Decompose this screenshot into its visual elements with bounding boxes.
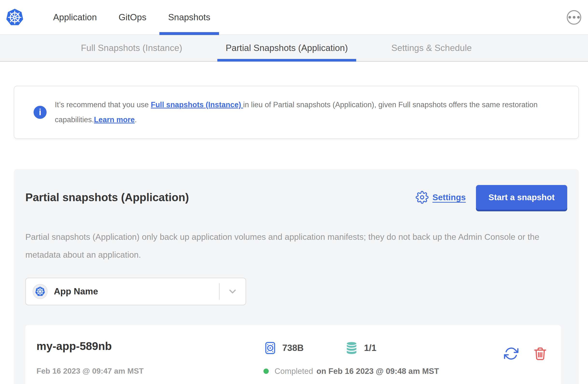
page-content: i It’s recommend that you use Full snaps…: [0, 86, 588, 384]
snapshot-status: Completed: [274, 367, 313, 376]
snapshot-row: my-app-589nb Feb 16 2023 @ 09:47 am MST: [25, 325, 561, 384]
snapshot-finished-timestamp: on Feb 16 2023 @ 09:48 am MST: [316, 367, 439, 376]
ellipsis-dot: [573, 16, 575, 19]
ellipsis-dot: [577, 16, 580, 19]
nav-tab-snapshots[interactable]: Snapshots: [168, 0, 210, 35]
snapshot-volumes-stat: 1/1: [345, 341, 376, 355]
snapshot-status-line: Completed on Feb 16 2023 @ 09:48 am MST: [263, 367, 439, 376]
panel-header: Partial snapshots (Application) Settings…: [25, 185, 567, 210]
more-menu-button[interactable]: [567, 10, 581, 25]
banner-text-start: It’s recommend that you use: [55, 101, 151, 109]
subnav-tab-partial-snapshots[interactable]: Partial Snapshots (Application): [217, 35, 357, 61]
subnav-tab-settings-schedule[interactable]: Settings & Schedule: [383, 35, 480, 61]
delete-snapshot-button[interactable]: [533, 346, 547, 361]
snapshot-volumes-value: 1/1: [364, 343, 376, 353]
info-icon: i: [34, 106, 47, 119]
database-icon: [345, 341, 358, 355]
page-title: Partial snapshots (Application): [25, 191, 189, 204]
kubernetes-app-icon: [35, 286, 45, 297]
snapshot-identity: my-app-589nb Feb 16 2023 @ 09:47 am MST: [37, 340, 263, 376]
banner-text: It’s recommend that you use Full snapsho…: [55, 97, 559, 127]
snapshot-row-actions: [504, 340, 549, 361]
snapshot-settings-link[interactable]: Settings: [416, 191, 466, 204]
restore-icon: [504, 346, 519, 361]
ellipsis-dot: [568, 16, 571, 19]
kubernetes-logo-icon: [5, 7, 24, 27]
chevron-down-icon: [219, 286, 246, 297]
snapshot-started-timestamp: Feb 16 2023 @ 09:47 am MST: [37, 367, 263, 376]
app-selector[interactable]: App Name: [25, 278, 246, 305]
gear-icon: [416, 191, 429, 204]
restore-snapshot-button[interactable]: [504, 346, 519, 361]
settings-label: Settings: [433, 192, 466, 202]
top-navbar: Application GitOps Snapshots: [0, 0, 588, 35]
app-selector-value: App Name: [54, 286, 98, 297]
learn-more-link[interactable]: Learn more: [94, 115, 135, 124]
subnav-tab-full-snapshots[interactable]: Full Snapshots (Instance): [72, 35, 191, 61]
panel-description: Partial snapshots (Application) only bac…: [25, 228, 552, 264]
banner-text-end: .: [135, 115, 137, 124]
nav-tab-gitops[interactable]: GitOps: [119, 0, 146, 35]
disk-icon: [263, 341, 277, 356]
snapshot-stats: 738B 1/1: [263, 341, 439, 356]
start-snapshot-button[interactable]: Start a snapshot: [476, 185, 567, 210]
panel-actions: Settings Start a snapshot: [416, 185, 567, 210]
nav-tab-application[interactable]: Application: [53, 0, 97, 35]
partial-snapshots-panel: Partial snapshots (Application) Settings…: [14, 169, 579, 384]
status-dot-icon: [263, 368, 269, 374]
full-snapshots-link[interactable]: Full snapshots (Instance): [151, 101, 243, 109]
app-icon-badge: [33, 284, 48, 299]
snapshot-size-stat: 738B: [263, 341, 304, 356]
info-banner: i It’s recommend that you use Full snaps…: [14, 86, 579, 139]
snapshot-details: 738B 1/1 Completed o: [263, 340, 439, 376]
trash-icon: [533, 346, 547, 361]
snapshot-size-value: 738B: [282, 343, 304, 353]
snapshots-subnav: Full Snapshots (Instance) Partial Snapsh…: [0, 35, 588, 62]
snapshot-name: my-app-589nb: [37, 340, 263, 353]
primary-nav: Application GitOps Snapshots: [53, 0, 210, 35]
